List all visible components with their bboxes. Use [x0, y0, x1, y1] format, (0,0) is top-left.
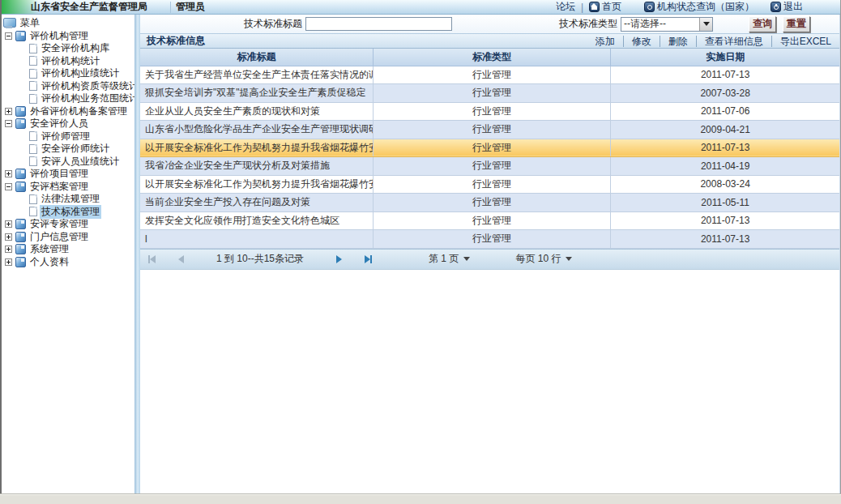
rows-per-page-dropdown[interactable]: 每页 10 行: [515, 252, 572, 266]
view-detail-button[interactable]: 查看详细信息: [696, 36, 771, 47]
tree-item[interactable]: 评价机构业绩统计: [2, 67, 134, 80]
expand-icon[interactable]: [5, 246, 12, 253]
export-excel-button[interactable]: 导出EXCEL: [771, 36, 839, 47]
table-row[interactable]: l行业管理2011-07-13: [140, 230, 839, 249]
collapse-icon[interactable]: [5, 183, 12, 190]
query-button[interactable]: 查询: [749, 16, 776, 32]
toolbar-buttons: 添加 修改 删除 查看详细信息 导出EXCEL: [587, 34, 839, 48]
tree-item[interactable]: 安评人员业绩统计: [2, 156, 134, 169]
tree-item[interactable]: 评价师管理: [2, 130, 134, 143]
logout-icon: [771, 2, 781, 12]
tree-item[interactable]: 外省评价机构备案管理: [2, 105, 134, 118]
tree-item[interactable]: 评价机构统计: [2, 55, 134, 68]
status-bar: [0, 493, 841, 504]
sidebar-menu-tree: 菜单 评价机构管理 安全评价机构库 评价机构统计 评价机构业绩统计 评价机构资质…: [2, 15, 134, 493]
chevron-down-icon: [463, 257, 470, 261]
standards-table: 标准标题 标准类型 实施日期 关于我省生产经营单位安全生产主体责任落实情况的调研…: [140, 49, 839, 249]
folder-icon: [15, 232, 26, 242]
tree-item[interactable]: 法律法规管理: [2, 193, 134, 206]
standard-type-select[interactable]: --请选择--: [621, 17, 713, 32]
page-icon: [29, 207, 37, 216]
expand-icon[interactable]: [5, 170, 12, 177]
tree-item-selected[interactable]: 技术标准管理: [2, 206, 134, 219]
table-row[interactable]: 企业从业人员安全生产素质的现状和对策行业管理2011-07-06: [140, 102, 839, 121]
tree-item[interactable]: 系统管理: [2, 243, 134, 256]
page-number-dropdown[interactable]: 第 1 页: [429, 252, 470, 266]
table-row-selected[interactable]: 以开展安全标准化工作为契机努力提升我省烟花爆竹安全管理水平行业管理2011-07…: [140, 139, 839, 157]
tree-item[interactable]: 安评档案管理: [2, 181, 134, 194]
delete-button[interactable]: 删除: [660, 36, 696, 47]
folder-icon: [15, 169, 26, 179]
folder-icon: [15, 244, 26, 254]
folder-icon: [15, 106, 26, 117]
table-row[interactable]: 山东省小型危险化学品生产企业安全生产管理现状调研报告行业管理2009-04-21: [140, 121, 839, 139]
home-link[interactable]: 首页: [589, 0, 621, 14]
collapse-icon[interactable]: [5, 32, 12, 40]
expand-icon[interactable]: [5, 220, 12, 228]
page-icon: [29, 194, 37, 204]
expand-icon[interactable]: [5, 233, 12, 241]
tree-item[interactable]: 安评专家管理: [2, 218, 134, 231]
select-dropdown-button[interactable]: [699, 18, 712, 31]
standard-title-input[interactable]: [305, 17, 452, 31]
link-separator: |: [581, 2, 583, 13]
tree-item[interactable]: 评价机构业务范围统计: [2, 92, 134, 105]
collapse-icon[interactable]: [5, 120, 12, 127]
next-page-icon[interactable]: [336, 255, 342, 263]
page-icon: [29, 94, 37, 104]
table-row[interactable]: 当前企业安全生产投入存在问题及对策行业管理2011-05-11: [140, 194, 839, 212]
col-header-date[interactable]: 实施日期: [611, 49, 839, 66]
folder-icon: [15, 31, 26, 41]
tree-item[interactable]: 评价机构资质等级统计: [2, 80, 134, 93]
grid-toolbar: 技术标准信息 添加 修改 删除 查看详细信息 导出EXCEL: [140, 33, 839, 49]
standard-type-label: 技术标准类型: [559, 17, 617, 31]
page-icon: [29, 131, 37, 141]
table-header-row: 标准标题 标准类型 实施日期: [140, 49, 839, 66]
col-header-type[interactable]: 标准类型: [373, 49, 610, 66]
first-page-icon[interactable]: [148, 255, 156, 263]
main-panel: 技术标准标题 技术标准类型 --请选择-- 查询 重置 技术标准信息 添加 修改…: [140, 15, 840, 493]
expand-icon[interactable]: [5, 258, 12, 266]
header-divider: [170, 2, 171, 13]
table-row[interactable]: 狠抓安全培训夯"双基"提高企业安全生产素质促稳定行业管理2007-03-28: [140, 84, 839, 103]
tree-root-menu[interactable]: 菜单: [2, 17, 134, 30]
page-icon: [29, 69, 37, 79]
tree-item[interactable]: 个人资料: [2, 256, 134, 269]
folder-icon: [15, 118, 26, 129]
logout-link[interactable]: 退出: [771, 0, 803, 14]
chevron-down-icon: [703, 22, 710, 26]
folder-icon: [15, 219, 26, 229]
folder-icon: [15, 182, 26, 192]
page-icon: [29, 81, 37, 91]
folder-icon: [15, 257, 26, 267]
tree-item[interactable]: 门户信息管理: [2, 231, 134, 244]
reset-button[interactable]: 重置: [783, 16, 810, 32]
edit-button[interactable]: 修改: [623, 36, 660, 47]
computer-icon: [3, 18, 16, 28]
home-icon: [589, 2, 600, 12]
previous-page-icon[interactable]: [178, 255, 184, 263]
tree-item[interactable]: 安全评价人员: [2, 117, 134, 130]
top-header-bar: 山东省安全生产监督管理局 管理员 论坛 | 首页 机构状态查询（国家） 退出: [2, 0, 840, 15]
tree-item[interactable]: 安全评价师统计: [2, 143, 134, 156]
table-row[interactable]: 以开展安全标准化工作为契机努力提升我省烟花爆竹安全管理水平行业管理2008-03…: [140, 175, 839, 194]
tree-item[interactable]: 评价机构管理: [2, 30, 134, 43]
content-filler: [140, 270, 839, 494]
logged-in-user: 管理员: [176, 0, 205, 14]
add-button[interactable]: 添加: [587, 36, 623, 47]
sidebar-main-divider: [134, 15, 140, 493]
page-icon: [29, 156, 37, 166]
forum-link[interactable]: 论坛: [556, 0, 575, 14]
last-page-icon[interactable]: [365, 255, 372, 263]
table-row[interactable]: 我省冶金企业安全生产现状分析及对策措施行业管理2011-04-19: [140, 157, 839, 176]
org-status-query-link[interactable]: 机构状态查询（国家）: [644, 0, 754, 14]
header-links: 论坛 | 首页 机构状态查询（国家） 退出: [556, 0, 840, 14]
tree-item[interactable]: 评价项目管理: [2, 168, 134, 181]
expand-icon[interactable]: [5, 108, 12, 115]
chevron-down-icon: [566, 257, 572, 261]
table-row[interactable]: 关于我省生产经营单位安全生产主体责任落实情况的调研报告行业管理2011-07-1…: [140, 66, 839, 84]
tree-item[interactable]: 安全评价机构库: [2, 42, 134, 55]
col-header-title[interactable]: 标准标题: [140, 49, 373, 66]
page-icon: [29, 56, 37, 66]
table-row[interactable]: 发挥安全文化应领作用打造安全文化特色城区行业管理2011-07-13: [140, 211, 839, 230]
